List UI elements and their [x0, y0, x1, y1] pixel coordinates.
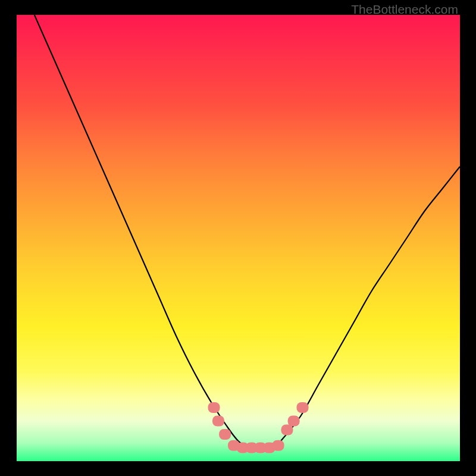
highlight-markers-group [208, 402, 309, 453]
highlight-marker [288, 416, 300, 427]
highlight-marker [208, 402, 220, 413]
watermark-text: TheBottleneck.com [351, 2, 458, 17]
highlight-marker [297, 402, 309, 413]
highlight-marker [273, 440, 284, 451]
highlight-marker [212, 416, 224, 427]
highlight-marker [219, 429, 231, 440]
chart-container: TheBottleneck.com [0, 0, 476, 476]
bottleneck-curve-line [35, 15, 460, 450]
plot-area [17, 15, 460, 461]
highlight-marker [281, 425, 293, 436]
chart-svg [17, 15, 460, 461]
